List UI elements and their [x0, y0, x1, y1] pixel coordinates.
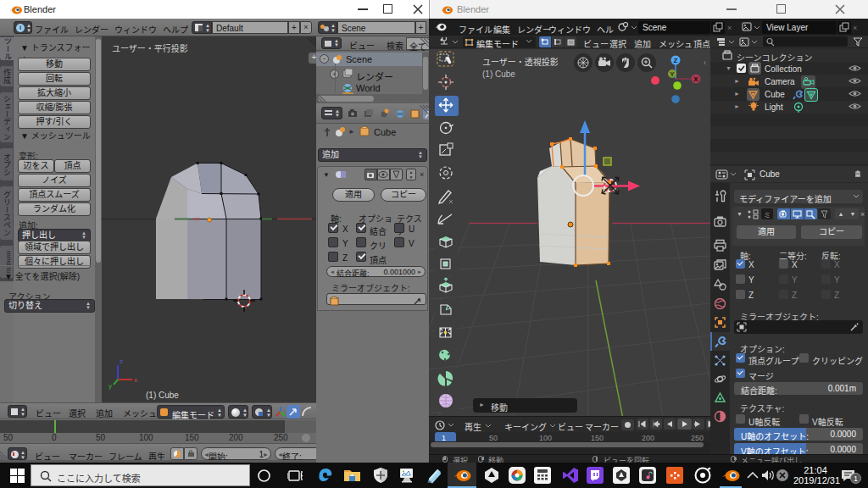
svg-text:y: y: [108, 382, 112, 390]
svg-text:z: z: [120, 358, 123, 365]
svg-text:Z: Z: [674, 57, 678, 64]
svg-text:x: x: [134, 376, 137, 384]
svg-text:X: X: [693, 75, 698, 83]
svg-text:Y: Y: [670, 70, 675, 78]
